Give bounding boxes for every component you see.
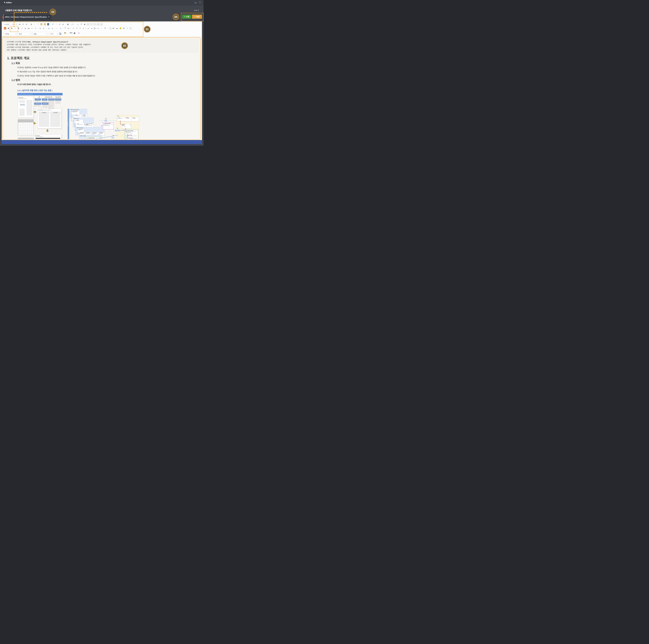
callout-01-badge: 01	[144, 26, 150, 33]
help-link[interactable]: Help?	[194, 9, 199, 11]
editor-footer-bar	[2, 140, 202, 144]
page-description: 산출물의 상세 내용을 작성합니다.	[5, 9, 33, 11]
title-accent-bar	[3, 14, 4, 20]
page-title: ✎Editor	[4, 1, 12, 4]
help-question-icon: ?	[198, 9, 199, 11]
callout-01-box	[2, 22, 143, 37]
title-left-arrow-icon	[2, 16, 3, 18]
callout-03-badge: 03	[50, 9, 56, 15]
callout-03-line-h	[14, 12, 47, 13]
edit-pencil-icon: ✎	[4, 2, 5, 4]
callout-03-target-box	[10, 27, 18, 32]
expand-arrows-icon[interactable]	[199, 1, 201, 4]
callout-02-box	[2, 37, 201, 140]
collapse-chevron-icon[interactable]	[195, 2, 196, 3]
copy-document-button[interactable]: ❐	[47, 15, 50, 19]
top-header-bar	[0, 0, 204, 6]
callout-04-badge: 04	[173, 14, 179, 20]
document-title: SRS ( Software Requirements Specificatio…	[5, 16, 49, 18]
callout-04-box	[181, 13, 204, 21]
copy-icon: ❐	[48, 16, 49, 18]
callout-02-badge: 02	[121, 42, 128, 49]
editor-page: ✎Editor 산출물의 상세 내용을 작성합니다. Help? 03 SRS …	[0, 0, 204, 146]
